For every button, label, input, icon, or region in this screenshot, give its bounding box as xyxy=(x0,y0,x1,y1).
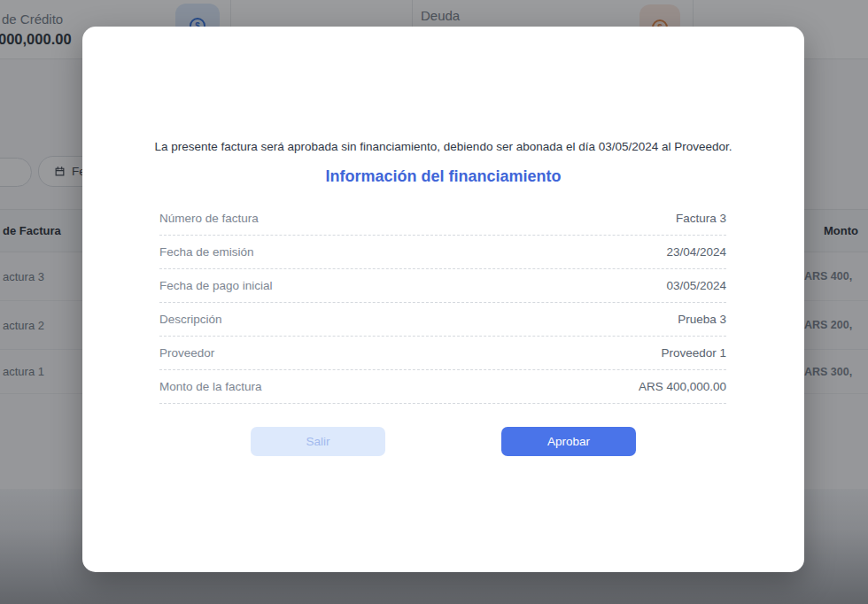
field-row-issue-date: Fecha de emisión 23/04/2024 xyxy=(159,236,726,269)
approve-button[interactable]: Aprobar xyxy=(501,427,636,456)
field-value: Factura 3 xyxy=(676,212,726,225)
field-label: Proveedor xyxy=(159,346,214,360)
field-row-supplier: Proveedor Proveedor 1 xyxy=(159,337,726,370)
approval-notice-text: La presente factura será aprobada sin fi… xyxy=(82,140,804,153)
field-label: Fecha de emisión xyxy=(159,245,254,259)
field-label: Fecha de pago inicial xyxy=(159,279,273,292)
field-row-invoice-amount: Monto de la factura ARS 400,000.00 xyxy=(159,370,726,404)
field-value: ARS 400,000.00 xyxy=(639,380,726,393)
financing-fields: Número de factura Factura 3 Fecha de emi… xyxy=(159,202,726,404)
field-label: Número de factura xyxy=(159,212,259,225)
field-label: Monto de la factura xyxy=(159,380,262,393)
financing-info-modal: La presente factura será aprobada sin fi… xyxy=(82,27,804,572)
screen: de Crédito 000,000.00 $ Deuda $ Fe de Fa… xyxy=(0,0,868,604)
field-value: 03/05/2024 xyxy=(666,279,726,292)
exit-button[interactable]: Salir xyxy=(251,427,385,456)
field-row-initial-payment-date: Fecha de pago inicial 03/05/2024 xyxy=(159,269,726,303)
field-label: Descripción xyxy=(159,313,222,326)
field-value: 23/04/2024 xyxy=(666,245,726,259)
field-row-invoice-number: Número de factura Factura 3 xyxy=(159,202,726,236)
field-value: Prueba 3 xyxy=(678,313,726,326)
field-row-description: Descripción Prueba 3 xyxy=(159,303,726,337)
modal-title: Información del financiamiento xyxy=(82,167,804,186)
field-value: Proveedor 1 xyxy=(661,346,726,360)
